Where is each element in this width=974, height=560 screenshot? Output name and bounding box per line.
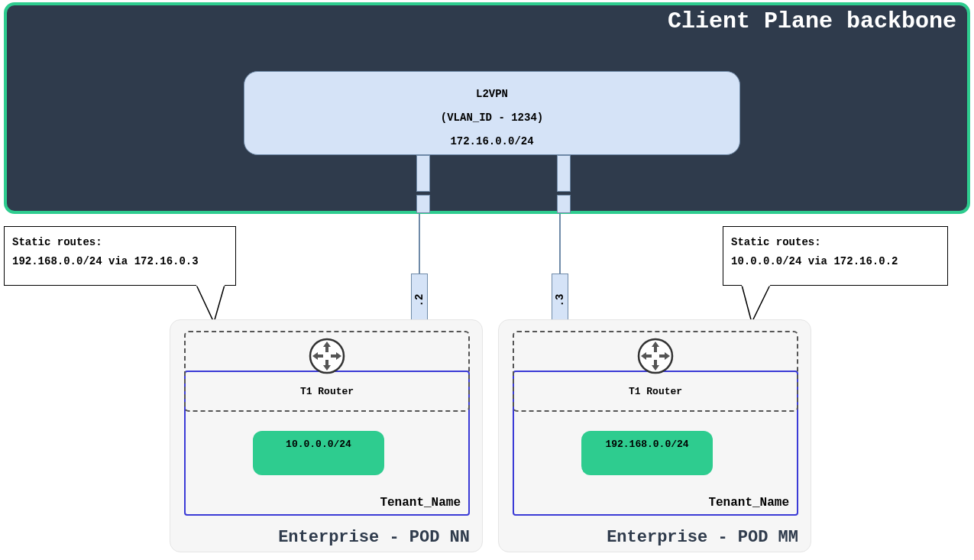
l2vpn-conn-right (557, 195, 571, 213)
callout-right-heading: Static routes: (731, 233, 940, 252)
t1-router-box-left: T1 Router (184, 331, 470, 412)
link-ip-left: .2 (413, 294, 426, 307)
subnet-left: 10.0.0.0/24 (253, 431, 384, 475)
pod-left: Tenant_Name T1 Router 10.0.0.0/24 Enterp… (170, 319, 483, 552)
l2vpn-box: L2VPN (VLAN_ID - 1234) 172.16.0.0/24 (244, 71, 740, 155)
callout-right-route: 10.0.0.0/24 via 172.16.0.2 (731, 252, 940, 271)
t1-label-left: T1 Router (186, 386, 468, 397)
callout-left-route: 192.168.0.0/24 via 172.16.0.3 (12, 252, 228, 271)
router-icon (636, 337, 675, 375)
t1-router-box-right: T1 Router (513, 331, 798, 412)
backbone-title: Client Plane backbone (668, 8, 956, 34)
l2vpn-line3: 172.16.0.0/24 (244, 130, 739, 154)
l2vpn-line2: (VLAN_ID - 1234) (244, 106, 739, 130)
l2vpn-line1: L2VPN (244, 83, 739, 106)
router-icon (308, 337, 346, 375)
l2vpn-port-right (557, 155, 571, 192)
subnet-right: 192.168.0.0/24 (581, 431, 713, 475)
backbone-panel: Client Plane backbone L2VPN (VLAN_ID - 1… (4, 2, 970, 214)
l2vpn-conn-left (416, 195, 430, 213)
callout-left: Static routes: 192.168.0.0/24 via 172.16… (4, 226, 236, 286)
pod-title-left: Enterprise - POD NN (278, 528, 470, 547)
pod-title-right: Enterprise - POD MM (607, 528, 798, 547)
pod-right: Tenant_Name T1 Router 192.168.0.0/24 Ent… (498, 319, 811, 552)
callout-right: Static routes: 10.0.0.0/24 via 172.16.0.… (723, 226, 948, 286)
tenant-label-right: Tenant_Name (708, 496, 789, 510)
t1-label-right: T1 Router (514, 386, 797, 397)
callout-left-heading: Static routes: (12, 233, 228, 252)
link-ip-right: .3 (554, 294, 566, 307)
l2vpn-port-left (416, 155, 430, 192)
tenant-label-left: Tenant_Name (380, 496, 461, 510)
